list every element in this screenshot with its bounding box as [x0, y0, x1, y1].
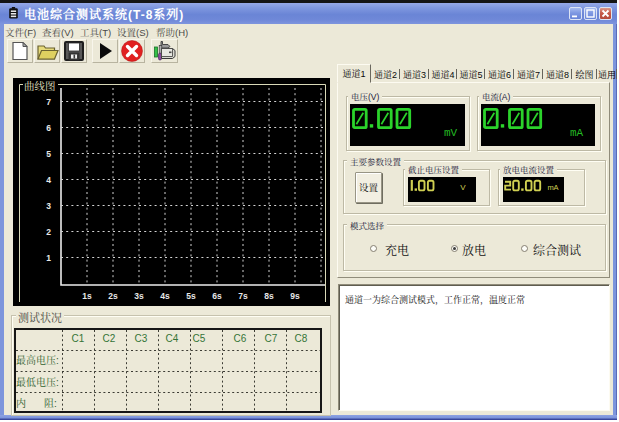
svg-text:7s: 7s — [238, 291, 248, 301]
svg-text:V: V — [460, 183, 466, 192]
svg-text:3s: 3s — [134, 291, 144, 301]
svg-text:8s: 8s — [264, 291, 274, 301]
svg-text:5: 5 — [46, 149, 51, 159]
svg-text:2: 2 — [46, 227, 51, 237]
svg-text:6s: 6s — [212, 291, 222, 301]
svg-text:7: 7 — [46, 97, 51, 107]
svg-text:曲线图: 曲线图 — [24, 78, 56, 93]
svg-text:1s: 1s — [82, 291, 92, 301]
svg-text:3: 3 — [46, 201, 51, 211]
svg-text:1: 1 — [46, 253, 51, 263]
svg-text:4: 4 — [46, 175, 51, 185]
svg-text:mA: mA — [547, 183, 558, 192]
svg-text:9s: 9s — [290, 291, 300, 301]
svg-text:6: 6 — [46, 123, 51, 133]
svg-text:2s: 2s — [108, 291, 118, 301]
svg-text:4s: 4s — [160, 291, 170, 301]
svg-text:5s: 5s — [186, 291, 196, 301]
